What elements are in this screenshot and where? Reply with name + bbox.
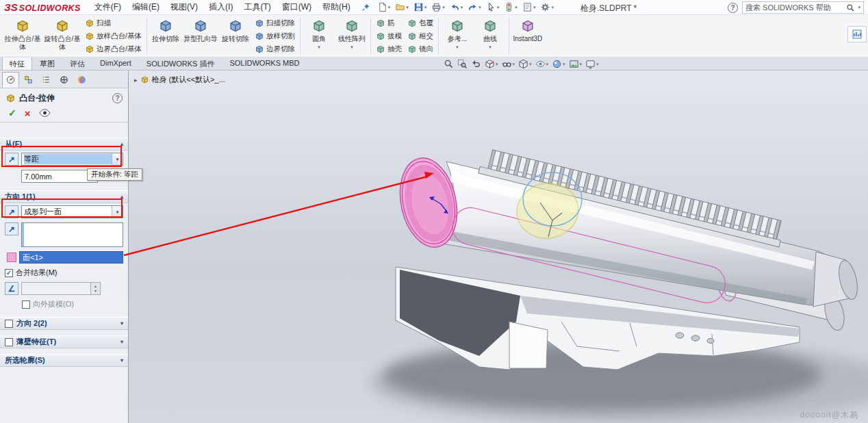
menu-item-6[interactable]: 帮助(H)	[317, 0, 356, 14]
ribbon-button-intersect[interactable]: 相交	[405, 29, 436, 42]
section-direction1-header[interactable]: 方向 1(1) ▴	[0, 190, 128, 203]
ribbon-button-swept-cut[interactable]: 扫描切除	[252, 16, 298, 29]
section-view-button[interactable]: ▾	[485, 59, 498, 69]
direction-selection-box[interactable]	[21, 222, 123, 247]
tab-评估[interactable]: 评估	[62, 57, 92, 70]
tab-solidworks-插件[interactable]: SOLIDWORKS 插件	[139, 57, 222, 70]
spinner-icon[interactable]: ▴▾	[90, 283, 100, 294]
ribbon-button-extruded-boss[interactable]: 拉伸凸台/基体	[3, 16, 42, 51]
ribbon-button-revolved-cut[interactable]: 旋转切除	[219, 16, 252, 43]
model-3d[interactable]	[129, 70, 868, 423]
zoom-fit-button[interactable]	[444, 59, 454, 69]
redo-button[interactable]: ▾	[466, 1, 483, 13]
zoom-area-button[interactable]	[457, 59, 468, 69]
chevron-down-icon[interactable]: ▾	[112, 206, 123, 218]
ribbon-button-instant3d[interactable]: Instant3D	[511, 16, 544, 43]
thin-feature-checkbox[interactable]: ✓	[5, 338, 13, 346]
ribbon-button-lofted-cut[interactable]: 放样切割	[252, 29, 298, 42]
ribbon-button-reference-geometry[interactable]: 参考...▾	[441, 16, 474, 50]
feature-tree-node-label[interactable]: 枪身 (默认<<默认>_...	[152, 75, 225, 85]
section-direction2-header[interactable]: ✓ 方向 2(2) ▾	[0, 317, 128, 330]
select-button[interactable]: ▾	[485, 1, 501, 13]
search-caret-icon[interactable]: ▾	[858, 5, 860, 10]
ribbon-button-lofted-boss[interactable]: 放样凸台/基体	[82, 29, 144, 42]
apply-scene-button[interactable]: ▾	[569, 59, 583, 69]
section-selected-contours-header[interactable]: 所选轮廓(S) ▾	[0, 354, 128, 367]
tab-特征[interactable]: 特征	[2, 57, 32, 70]
ribbon-button-boundary-boss[interactable]: 边界凸台/基体	[82, 42, 144, 55]
menu-item-3[interactable]: 插入(I)	[203, 0, 238, 14]
confirm-icon[interactable]: ✓	[8, 107, 16, 118]
annotation-views-button[interactable]: ▾	[502, 59, 515, 69]
ribbon-button-revolved-boss[interactable]: 旋转凸台/基体	[42, 16, 82, 51]
ribbon-button-wrap[interactable]: 包覆	[405, 16, 436, 29]
feature-tree-flyout[interactable]: ▸ 枪身 (默认<<默认>_...	[134, 75, 225, 85]
direction2-checkbox[interactable]: ✓	[5, 320, 13, 328]
collapse-icon[interactable]: ▴	[120, 141, 123, 147]
display-style-button[interactable]: ▾	[518, 59, 532, 69]
feature-manager-tab[interactable]	[38, 72, 55, 88]
ribbon-button-extruded-cut[interactable]: 拉伸切除	[149, 16, 182, 43]
menu-item-5[interactable]: 窗口(W)	[277, 0, 317, 14]
menu-item-4[interactable]: 工具(T)	[238, 0, 276, 14]
draft-outward-checkbox[interactable]: ✓	[22, 300, 30, 309]
direction-vector-icon[interactable]: ↗	[5, 222, 18, 235]
menu-item-0[interactable]: 文件(F)	[89, 0, 127, 14]
configuration-manager-tab[interactable]	[20, 72, 37, 88]
pin-icon[interactable]	[361, 3, 370, 12]
ribbon-button-linear-pattern[interactable]: 线性阵列▾	[335, 16, 368, 50]
graphics-area[interactable]: ▸ 枪身 (默认<<默认>_...	[129, 70, 868, 423]
rebuild-button[interactable]: ▾	[502, 1, 519, 13]
ribbon-button-fillet[interactable]: 圆角▾	[303, 16, 335, 50]
reverse-direction-icon[interactable]: ↗	[5, 205, 18, 218]
ribbon-button-shell[interactable]: 抽壳	[373, 42, 405, 55]
ribbon-button-boundary-cut[interactable]: 边界切除	[252, 42, 298, 55]
new-document-button[interactable]: ▾	[376, 1, 392, 13]
pm-help-icon[interactable]: ?	[112, 93, 123, 103]
cancel-icon[interactable]: ×	[25, 108, 31, 118]
tab-dimxpert[interactable]: DimXpert	[92, 57, 139, 70]
display-manager-tab[interactable]	[73, 72, 90, 88]
ribbon-button-rib[interactable]: 筋	[373, 16, 405, 29]
ribbon-button-draft-feature[interactable]: 拔模	[373, 29, 405, 42]
draft-angle-input[interactable]: ▴▾	[21, 282, 101, 295]
tab-草图[interactable]: 草图	[32, 57, 62, 70]
chevron-down-icon[interactable]: ▾	[112, 153, 123, 165]
section-from-header[interactable]: 从(F) ▴	[0, 138, 128, 151]
tab-solidworks-mbd[interactable]: SOLIDWORKS MBD	[222, 57, 307, 70]
search-input[interactable]: 搜索 SOLIDWORKS 帮助 ▾	[742, 1, 864, 14]
hide-show-button[interactable]: ▾	[535, 59, 549, 69]
expand-icon[interactable]: ▾	[120, 320, 123, 326]
expand-icon[interactable]: ▾	[120, 339, 123, 345]
ribbon-button-curves[interactable]: 曲线▾	[474, 16, 507, 50]
selected-face-field[interactable]: 面<1>	[19, 251, 123, 264]
task-pane-collapsed[interactable]	[847, 26, 867, 42]
start-condition-select[interactable]: 等距 ▾	[21, 153, 123, 166]
preview-eye-icon[interactable]	[39, 109, 51, 117]
ribbon-button-hole-wizard[interactable]: 异型孔向导	[182, 16, 219, 43]
view-settings-button[interactable]: ▾	[585, 59, 599, 69]
undo-button[interactable]: ▾	[448, 1, 465, 13]
search-icon[interactable]	[846, 3, 855, 12]
expand-icon[interactable]: ▾	[120, 357, 123, 363]
options-button[interactable]: ▾	[539, 1, 555, 13]
previous-view-button[interactable]	[471, 59, 481, 69]
print-button[interactable]: ▾	[430, 1, 446, 13]
menu-item-1[interactable]: 编辑(E)	[127, 0, 165, 14]
ribbon-button-swept-boss[interactable]: 扫描	[82, 16, 144, 29]
file-properties-button[interactable]: ▾	[521, 1, 537, 13]
open-button[interactable]: ▾	[394, 1, 410, 13]
flyout-triangle-icon[interactable]: ▸	[134, 77, 138, 84]
dimxpert-manager-tab[interactable]	[55, 72, 73, 88]
draft-icon[interactable]: ∠	[5, 282, 18, 295]
offset-direction-icon[interactable]: ↗	[5, 153, 18, 166]
save-button[interactable]: ▾	[412, 1, 429, 13]
property-manager-tab[interactable]	[2, 72, 19, 88]
edit-appearance-button[interactable]: ▾	[552, 59, 565, 69]
merge-result-checkbox[interactable]: ✓	[5, 269, 13, 277]
ribbon-button-mirror[interactable]: 镜向	[405, 42, 436, 55]
section-thin-feature-header[interactable]: ✓ 薄壁特征(T) ▾	[0, 335, 128, 348]
help-icon[interactable]: ?	[728, 3, 738, 13]
collapse-icon[interactable]: ▴	[120, 194, 123, 200]
end-condition-select[interactable]: 成形到一面 ▾	[21, 205, 123, 218]
